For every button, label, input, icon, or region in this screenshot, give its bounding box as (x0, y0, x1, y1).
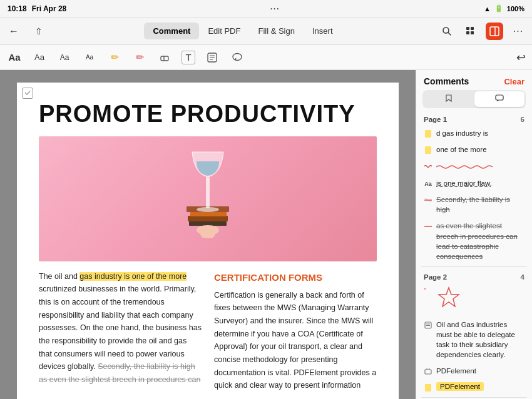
stamp-icon (424, 367, 432, 376)
doc-col-right: CERTIFICATION FORMS Certification is gen… (214, 270, 377, 392)
strikethrough-icon (424, 196, 432, 205)
divider (421, 397, 527, 398)
svg-rect-4 (466, 31, 469, 34)
text-annotation-icon: Aa (424, 179, 432, 188)
svg-marker-27 (439, 288, 459, 306)
sticky-note-tool[interactable] (204, 49, 220, 66)
main-toolbar: ← ⇧ Comment Edit PDF Fill & Sign Insert … (0, 18, 532, 45)
svg-point-22 (197, 207, 219, 212)
document-title: PROMOTE PRODUCTIVITY (39, 101, 377, 128)
font-small-tool[interactable]: Aa (56, 49, 73, 66)
status-dots: ··· (270, 5, 280, 13)
highlight-icon (424, 383, 432, 392)
comment-text: d gas industry is (436, 128, 488, 138)
comment-item[interactable]: Oil and Gas industries must be able to d… (421, 317, 527, 362)
strikethrough-span: Secondly, the liability is high as even … (39, 362, 201, 384)
document-image (39, 136, 377, 261)
svg-rect-3 (471, 27, 474, 30)
comments-body: Page 1 6 d gas industry is one of the mo… (416, 112, 532, 399)
eraser-tool[interactable] (156, 49, 173, 66)
tab-fill-sign[interactable]: Fill & Sign (249, 23, 304, 39)
comments-tabs (422, 90, 526, 108)
section-body: Certification is generally a back and fo… (214, 289, 377, 392)
comment-item[interactable]: one of the more (421, 142, 527, 157)
grid-button[interactable] (462, 23, 479, 40)
strikethrough-icon (424, 222, 432, 231)
comment-item[interactable]: PDFelement (421, 363, 527, 378)
illustration-svg (170, 139, 245, 258)
comment-item[interactable] (421, 283, 527, 316)
svg-rect-17 (190, 211, 227, 216)
doc-page: PROMOTE PRODUCTIVITY (17, 83, 399, 399)
comment-text: one of the more (436, 144, 487, 154)
comment-item[interactable]: PDFelement (421, 380, 527, 395)
svg-rect-21 (206, 177, 210, 208)
comment-text: Secondly, the liability is high (436, 194, 524, 215)
comment-text: as even the slightest breech in procedur… (436, 221, 524, 261)
comment-item[interactable] (421, 158, 527, 174)
undo-button[interactable]: ↩ (516, 51, 526, 64)
svg-rect-31 (425, 370, 431, 374)
comment-item[interactable]: Secondly, the liability is high (421, 192, 527, 217)
speech-bubble-tool[interactable] (229, 49, 245, 66)
svg-rect-6 (490, 27, 499, 36)
document-area: PROMOTE PRODUCTIVITY (0, 70, 416, 399)
comments-title: Comments (424, 76, 469, 86)
selection-handle[interactable] (22, 88, 33, 99)
comment-text: PDFelement (436, 366, 476, 376)
squiggly-visual (436, 161, 493, 172)
main-layout: PROMOTE PRODUCTIVITY (0, 70, 532, 399)
svg-rect-15 (189, 221, 227, 226)
status-bar: 10:18 Fri Apr 28 ··· ▲ 🔋 100% (0, 0, 532, 18)
comment-item[interactable]: as even the slightest breech in procedur… (421, 218, 527, 263)
highlight-icon (424, 146, 432, 154)
font-medium-tool[interactable]: Aa (31, 49, 48, 66)
page-2-count: 4 (521, 273, 524, 281)
page-1-count: 6 (521, 116, 524, 123)
share-button[interactable]: ⇧ (30, 23, 48, 40)
svg-rect-2 (466, 27, 469, 30)
svg-rect-8 (161, 56, 168, 61)
page-2-header: Page 2 4 (421, 270, 527, 283)
document-body: The oil and gas industry is one of the m… (39, 270, 377, 392)
svg-rect-16 (188, 216, 228, 221)
comments-clear-button[interactable]: Clear (504, 77, 524, 86)
tab-insert[interactable]: Insert (304, 23, 342, 39)
svg-rect-5 (471, 31, 474, 34)
doc-col-left: The oil and gas industry is one of the m… (39, 270, 202, 392)
note-icon (424, 321, 432, 330)
panel-button[interactable] (486, 23, 503, 40)
tab-bookmarks[interactable] (424, 91, 474, 107)
battery-pct: 100% (507, 5, 524, 13)
nav-tabs: Comment Edit PDF Fill & Sign Insert (144, 23, 341, 39)
back-button[interactable]: ← (5, 23, 23, 40)
tab-edit-pdf[interactable]: Edit PDF (199, 23, 249, 39)
section-title: CERTIFICATION FORMS (214, 270, 377, 285)
comment-text: Oil and Gas industries must be able to d… (436, 320, 524, 360)
squiggly-icon (424, 162, 432, 171)
battery-icon: 🔋 (494, 4, 503, 13)
tab-comment[interactable]: Comment (144, 23, 199, 39)
highlight-span: gas industry is one of the more (79, 272, 187, 281)
svg-rect-23 (496, 95, 503, 100)
star-visual (436, 286, 461, 313)
comments-header: Comments Clear (416, 70, 532, 90)
svg-rect-20 (200, 226, 215, 238)
font-xsmall-tool[interactable]: Aa (81, 49, 98, 66)
text-tool[interactable]: T (182, 51, 195, 64)
more-button[interactable]: ··· (509, 23, 527, 40)
pen-red-tool[interactable]: ✏ (131, 49, 148, 66)
comment-item[interactable]: d gas industry is (421, 126, 527, 141)
wifi-icon: ▲ (484, 5, 491, 13)
svg-point-14 (233, 53, 242, 60)
comment-item[interactable]: Aa is one major flaw. (421, 176, 527, 191)
status-time: 10:18 (8, 4, 27, 13)
highlight-icon (424, 129, 432, 138)
search-button[interactable] (438, 23, 456, 40)
tab-comments[interactable] (474, 91, 525, 107)
status-day: Fri Apr 28 (32, 4, 67, 13)
page-2-label: Page 2 (424, 273, 447, 281)
pen-yellow-tool[interactable]: ✏ (106, 49, 123, 66)
font-large-tool[interactable]: Aa (6, 49, 23, 66)
page-1-header: Page 1 6 (421, 112, 527, 126)
